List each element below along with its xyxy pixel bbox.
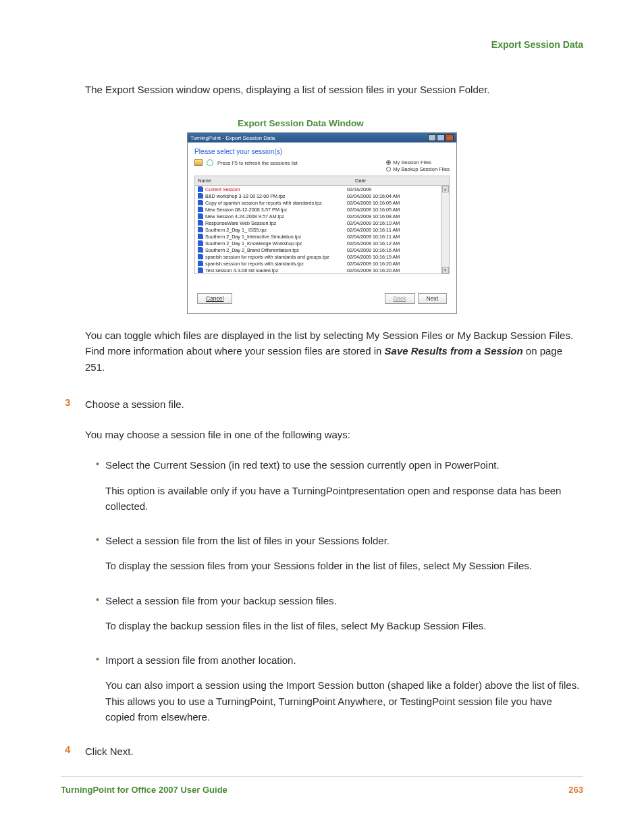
my-session-files-label: My Session Files xyxy=(393,159,431,165)
list-item[interactable]: New Session 4-24-2008 9-57 AM.tpz02/04/2… xyxy=(195,213,441,219)
save-results-reference: Save Results from a Session xyxy=(385,345,523,357)
step-number-4: 4 xyxy=(61,744,85,755)
figure-caption: Export Session Data Window xyxy=(238,118,583,128)
page-header-title: Export Session Data xyxy=(61,39,583,50)
my-session-files-radio[interactable] xyxy=(386,160,391,165)
toggle-paragraph: You can toggle which files are displayed… xyxy=(85,328,583,375)
list-item[interactable]: Southern 2_Day 1_Knowledge Workshop.tpz0… xyxy=(195,240,441,246)
file-date: 02/04/2009 10:16:16 AM xyxy=(347,247,438,253)
file-name: Southern 2_Day 2_Brand Differentiation.t… xyxy=(205,247,299,253)
step-number-3: 3 xyxy=(61,396,85,408)
file-date: 02/04/2009 10:16:08 AM xyxy=(347,213,438,219)
file-icon xyxy=(198,193,203,199)
scroll-down-icon[interactable]: ▾ xyxy=(442,267,449,273)
file-icon xyxy=(198,261,203,266)
file-icon xyxy=(198,220,203,226)
window-title: TurningPoint - Export Session Data xyxy=(190,135,275,141)
file-list-header: Name Date xyxy=(194,176,450,186)
file-name: Southern 2_Day 1_ ISS5.tpz xyxy=(205,227,267,233)
file-date: 02/04/2009 10:16:05 AM xyxy=(347,207,438,213)
bullet-lead: Select a session file from the list of f… xyxy=(105,533,583,548)
file-date: 02/04/2009 10:16:12 AM xyxy=(347,240,438,246)
close-icon[interactable] xyxy=(446,134,454,141)
file-name: Copy of spanish session for reports with… xyxy=(205,200,322,206)
file-date: 02/04/2009 10:16:11 AM xyxy=(347,227,438,233)
bullet-detail: To display the session files from your S… xyxy=(105,558,583,573)
list-item[interactable]: Southern 2_Day 1_ ISS5.tpz02/04/2009 10:… xyxy=(195,226,441,233)
file-icon xyxy=(198,234,203,239)
maximize-icon[interactable] xyxy=(437,134,445,141)
column-date[interactable]: Date xyxy=(355,178,446,184)
export-session-window: TurningPoint - Export Session Data Pleas… xyxy=(187,132,457,314)
minimize-icon[interactable] xyxy=(428,134,436,141)
file-icon xyxy=(198,267,203,273)
bullet-detail: To display the backup session files in t… xyxy=(105,618,583,633)
file-date: 02/04/2009 10:16:04 AM xyxy=(347,193,438,199)
file-list: ▴ ▾ Current Session02/18/2009B&D worksho… xyxy=(194,186,450,274)
select-session-prompt: Please select your session(s) xyxy=(194,148,450,155)
file-name: Southern 2_Day 1_Interactive Simulation.… xyxy=(205,234,301,240)
my-backup-files-radio[interactable] xyxy=(386,167,391,172)
bullet-lead: Select the Current Session (in red text)… xyxy=(105,457,583,473)
file-date: 02/04/2009 10:16:05 AM xyxy=(347,200,438,206)
scroll-up-icon[interactable]: ▴ xyxy=(442,186,449,192)
bullet-dot: • xyxy=(96,652,105,667)
list-item[interactable]: Copy of spanish session for reports with… xyxy=(195,199,441,206)
step-3: 3 Choose a session file. xyxy=(61,396,583,412)
cancel-button[interactable]: Cancel xyxy=(197,293,232,304)
file-name: Current Session xyxy=(205,186,240,192)
my-backup-files-label: My Backup Session Files xyxy=(393,166,450,172)
intro-paragraph: The Export Session window opens, display… xyxy=(85,82,583,97)
list-item[interactable]: spanish session for reports with standar… xyxy=(195,253,441,260)
file-name: New Session 4-24-2008 9-57 AM.tpz xyxy=(205,213,284,219)
file-icon xyxy=(198,247,203,253)
next-button[interactable]: Next xyxy=(418,293,447,304)
bullet-detail: This option is available only if you hav… xyxy=(105,483,583,515)
file-name: spanish session for reports with standar… xyxy=(205,261,304,267)
list-item[interactable]: ResponseWare Web Session.tpz02/04/2009 1… xyxy=(195,219,441,226)
scrollbar[interactable]: ▴ ▾ xyxy=(441,186,449,273)
list-item[interactable]: Southern 2_Day 2_Brand Differentiation.t… xyxy=(195,246,441,253)
file-date: 02/04/2009 10:16:11 AM xyxy=(347,234,438,240)
file-name: B&D workshop 3-18 08 12-00 PM.tpz xyxy=(205,193,286,199)
import-folder-icon[interactable] xyxy=(194,159,203,166)
file-date: 02/04/2009 10:16:10 AM xyxy=(347,220,438,226)
file-date: 02/18/2009 xyxy=(347,186,438,192)
file-date: 02/04/2009 10:16:20 AM xyxy=(347,267,438,273)
file-icon xyxy=(198,200,203,205)
file-icon xyxy=(198,207,203,212)
bullet-item: •Select a session file from the list of … xyxy=(96,533,583,548)
list-item[interactable]: Test session 4-3-08 list loaded.tpz02/04… xyxy=(195,267,441,273)
file-icon xyxy=(198,254,203,259)
list-item[interactable]: New Session 08-12-2008 3-57 PM.tpz02/04/… xyxy=(195,206,441,213)
file-name: spanish session for reports with standar… xyxy=(205,254,329,260)
bullet-dot: • xyxy=(96,533,105,548)
list-item[interactable]: spanish session for reports with standar… xyxy=(195,260,441,267)
bullet-item: •Select the Current Session (in red text… xyxy=(96,457,583,473)
window-titlebar: TurningPoint - Export Session Data xyxy=(188,133,456,142)
step-4: 4 Click Next. xyxy=(61,744,583,759)
step-4-text: Click Next. xyxy=(85,744,583,759)
file-icon xyxy=(198,213,203,219)
footer-page-number: 263 xyxy=(568,785,583,795)
file-icon xyxy=(198,186,203,192)
back-button[interactable]: Back xyxy=(385,293,415,304)
list-item[interactable]: Southern 2_Day 1_Interactive Simulation.… xyxy=(195,233,441,240)
file-name: Test session 4-3-08 list loaded.tpz xyxy=(205,267,278,273)
step-3-text: Choose a session file. xyxy=(85,396,583,412)
file-name: New Session 08-12-2008 3-57 PM.tpz xyxy=(205,207,287,213)
file-name: ResponseWare Web Session.tpz xyxy=(205,220,276,226)
step-3-intro: You may choose a session file in one of … xyxy=(85,427,583,442)
file-name: Southern 2_Day 1_Knowledge Workshop.tpz xyxy=(205,240,302,246)
bullet-lead: Import a session file from another locat… xyxy=(105,652,583,668)
list-item[interactable]: Current Session02/18/2009 xyxy=(195,186,441,192)
file-icon xyxy=(198,227,203,232)
bullet-dot: • xyxy=(96,457,105,472)
page-footer: TurningPoint for Office 2007 User Guide … xyxy=(61,776,583,795)
column-name[interactable]: Name xyxy=(198,178,355,184)
file-icon xyxy=(198,240,203,246)
list-item[interactable]: B&D workshop 3-18 08 12-00 PM.tpz02/04/2… xyxy=(195,192,441,199)
refresh-icon[interactable] xyxy=(207,159,213,166)
footer-guide-title: TurningPoint for Office 2007 User Guide xyxy=(61,785,227,795)
bullet-detail: You can also import a session using the … xyxy=(105,677,583,725)
